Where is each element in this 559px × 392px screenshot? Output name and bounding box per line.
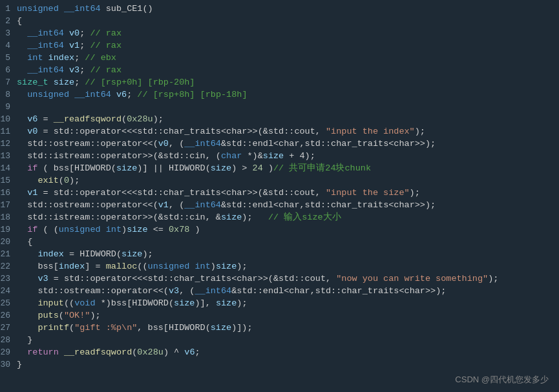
line-number: 18 — [0, 211, 17, 223]
token-plain: std::ostream::operator<<( — [17, 139, 158, 149]
code-line: 30} — [0, 358, 559, 371]
code-line: 22 bss[index] = malloc((unsigned int)siz… — [0, 260, 559, 273]
line-number: 11 — [0, 125, 17, 138]
token-plain: = HIDWORD( — [64, 249, 121, 259]
line-content: size_t size; // [rsp+0h] [rbp-20h] — [17, 76, 554, 88]
code-line: 16 v1 = std::operator<<<std::char_traits… — [0, 187, 559, 199]
token-plain: , ( — [169, 200, 184, 210]
token-plain: &std::cout, — [263, 127, 326, 136]
token-kw2: if — [17, 163, 37, 173]
line-number: 22 — [0, 260, 17, 273]
token-num: 0x28u — [137, 347, 163, 357]
token-plain — [17, 176, 37, 185]
token-kw: unsigned — [27, 90, 74, 99]
token-plain: std::ostream::operator<<( — [17, 286, 169, 296]
code-line: 11 v0 = std::operator<<<std::char_traits… — [0, 125, 559, 138]
token-plain: *)& — [247, 151, 262, 161]
token-plain: ) — [121, 225, 127, 234]
code-line: 2{ — [0, 15, 559, 27]
line-number: 4 — [0, 39, 17, 52]
line-number: 6 — [0, 64, 17, 76]
code-line: 28 } — [0, 334, 559, 346]
line-content: index = HIDWORD(size); — [17, 248, 554, 260]
token-var: v6 — [184, 347, 195, 357]
token-kw: unsigned — [17, 4, 64, 14]
token-plain: std::istream::operator>>(&std::cin, & — [17, 212, 221, 222]
token-kw: __int64 — [27, 28, 64, 38]
code-line: 12 std::ostream::operator<<(v0, (__int64… — [0, 138, 559, 150]
token-var: index — [59, 262, 85, 271]
line-content: } — [17, 334, 554, 346]
line-number: 10 — [0, 113, 17, 125]
token-fn: input — [37, 298, 64, 308]
code-line: 8 unsigned __int64 v6; // [rsp+8h] [rbp-… — [0, 88, 559, 101]
token-plain: <= — [148, 225, 169, 234]
token-var: size — [216, 298, 237, 308]
token-plain: bss[ — [17, 262, 59, 271]
code-line: 25 input((void *)bss[HIDWORD(size)], siz… — [0, 297, 559, 309]
token-kw: __int64 — [74, 90, 111, 99]
token-plain: )], — [195, 298, 215, 308]
line-content: __int64 v3; // rax — [17, 64, 554, 76]
code-line: 14 if ( bss[HIDWORD(size)] || HIDWORD(si… — [0, 162, 559, 174]
token-var: v6 — [27, 114, 37, 124]
token-str: "input the index" — [326, 127, 415, 136]
line-number: 27 — [0, 322, 17, 334]
token-plain: ) ^ — [163, 347, 184, 357]
token-cmt: // rax — [90, 41, 121, 50]
token-plain: = std::operator<<<std::char_traits<char>… — [48, 274, 337, 284]
token-var: v0 — [64, 28, 79, 38]
token-plain: std::char_traits<char> — [137, 127, 252, 136]
token-kw: char — [221, 151, 248, 161]
token-cmt: // ebx — [85, 53, 116, 63]
token-var: size — [116, 163, 137, 173]
token-num: 0x28u — [127, 114, 153, 124]
token-plain: ; — [74, 77, 85, 87]
token-plain — [17, 90, 27, 99]
line-content: puts("OK!"); — [17, 309, 554, 322]
line-content: bss[index] = malloc((unsigned int)size); — [17, 260, 554, 273]
token-kw: void — [74, 298, 101, 308]
code-line: 10 v6 = __readfsqword(0x28u); — [0, 113, 559, 125]
token-kw: __int64 — [27, 41, 64, 50]
line-number: 24 — [0, 285, 17, 297]
token-plain: )]); — [231, 323, 258, 333]
token-plain: sub_CE1() — [101, 4, 153, 14]
token-plain: = — [37, 127, 53, 136]
token-kw: int — [27, 53, 43, 63]
line-number: 14 — [0, 162, 17, 174]
token-var: index — [37, 249, 64, 259]
token-plain: = — [37, 114, 53, 124]
token-kw2: return — [17, 347, 59, 357]
token-plain: ); — [237, 262, 247, 271]
token-str: "OK!" — [64, 311, 90, 320]
code-block: 1unsigned __int64 sub_CE1()2{3 __int64 v… — [0, 0, 559, 373]
line-number: 8 — [0, 88, 17, 101]
line-number: 21 — [0, 248, 17, 260]
token-var: size — [211, 163, 231, 173]
token-var: size — [211, 323, 231, 333]
line-content: std::istream::operator>>(&std::cin, (cha… — [17, 150, 554, 162]
token-plain — [59, 347, 64, 357]
code-line: 19 if ( (unsigned int)size <= 0x78 ) — [0, 223, 559, 236]
token-plain — [17, 249, 37, 259]
token-num: 24 — [253, 163, 263, 173]
code-line: 23 v3 = std::operator<<<std::char_traits… — [0, 273, 559, 285]
line-content: printf("gift :%p\n", bss[HIDWORD(size)])… — [17, 322, 554, 334]
line-content: v6 = __readfsqword(0x28u); — [17, 113, 554, 125]
token-kw2: if — [17, 225, 37, 234]
token-plain: , ( — [169, 139, 184, 149]
token-plain — [17, 65, 27, 75]
token-var: v0 — [27, 127, 37, 136]
token-plain: std::ostream::operator<<( — [17, 200, 158, 210]
token-plain: ; — [195, 347, 200, 357]
code-line: 9 — [0, 101, 559, 113]
token-plain — [17, 41, 27, 50]
token-plain: ; — [79, 65, 90, 75]
line-content: if ( bss[HIDWORD(size)] || HIDWORD(size)… — [17, 162, 554, 174]
token-plain: (( — [137, 262, 147, 271]
code-line: 29 return __readfsqword(0x28u) ^ v6; — [0, 346, 559, 358]
token-plain: { — [17, 16, 22, 26]
token-plain: ); — [242, 212, 268, 222]
line-content: { — [17, 236, 554, 248]
